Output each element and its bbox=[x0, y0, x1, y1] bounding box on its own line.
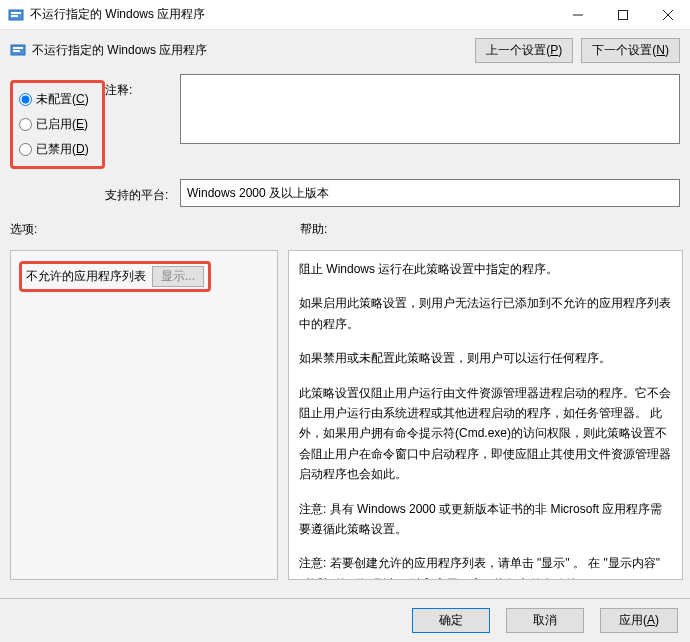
show-button[interactable]: 显示... bbox=[152, 266, 204, 287]
svg-rect-8 bbox=[13, 47, 23, 49]
help-panel: 阻止 Windows 运行在此策略设置中指定的程序。 如果启用此策略设置，则用户… bbox=[288, 250, 683, 580]
radio-not-configured-label: 未配置(C) bbox=[36, 91, 89, 108]
maximize-button[interactable] bbox=[600, 0, 645, 30]
dialog-footer: 确定 取消 应用(A) bbox=[0, 598, 690, 642]
minimize-button[interactable] bbox=[555, 0, 600, 30]
supported-on-value: Windows 2000 及以上版本 bbox=[187, 185, 329, 202]
help-text: 阻止 Windows 运行在此策略设置中指定的程序。 bbox=[299, 259, 672, 279]
annotation-label: 注释: bbox=[105, 74, 180, 99]
disallowed-list-row: 不允许的应用程序列表 显示... bbox=[19, 261, 211, 292]
annotation-field[interactable] bbox=[180, 74, 680, 144]
help-text: 注意: 若要创建允许的应用程序列表，请单击 "显示" 。 在 "显示内容" 对话… bbox=[299, 553, 672, 580]
svg-rect-4 bbox=[618, 10, 627, 19]
supported-on-field: Windows 2000 及以上版本 bbox=[180, 179, 680, 207]
radio-enabled[interactable]: 已启用(E) bbox=[17, 112, 98, 137]
options-panel: 不允许的应用程序列表 显示... bbox=[10, 250, 278, 580]
titlebar: 不运行指定的 Windows 应用程序 bbox=[0, 0, 690, 30]
radio-not-configured[interactable]: 未配置(C) bbox=[17, 87, 98, 112]
cancel-button[interactable]: 取消 bbox=[506, 608, 584, 633]
radio-disabled-label: 已禁用(D) bbox=[36, 141, 89, 158]
close-button[interactable] bbox=[645, 0, 690, 30]
radio-disabled[interactable]: 已禁用(D) bbox=[17, 137, 98, 162]
state-radio-group: 未配置(C) 已启用(E) 已禁用(D) bbox=[10, 80, 105, 169]
apply-button[interactable]: 应用(A) bbox=[600, 608, 678, 633]
window-title: 不运行指定的 Windows 应用程序 bbox=[30, 6, 555, 23]
ok-button[interactable]: 确定 bbox=[412, 608, 490, 633]
policy-state-section: 未配置(C) 已启用(E) 已禁用(D) 注释: 支持的平台: Windows … bbox=[0, 70, 690, 215]
help-text: 此策略设置仅阻止用户运行由文件资源管理器进程启动的程序。它不会阻止用户运行由系统… bbox=[299, 383, 672, 485]
header-bar: 不运行指定的 Windows 应用程序 上一个设置(P) 下一个设置(N) bbox=[0, 30, 690, 70]
radio-disabled-input[interactable] bbox=[19, 143, 32, 156]
svg-rect-9 bbox=[13, 50, 20, 52]
svg-rect-1 bbox=[11, 12, 21, 14]
page-title: 不运行指定的 Windows 应用程序 bbox=[32, 42, 475, 59]
radio-enabled-label: 已启用(E) bbox=[36, 116, 88, 133]
disallowed-list-label: 不允许的应用程序列表 bbox=[26, 268, 146, 285]
next-setting-button[interactable]: 下一个设置(N) bbox=[581, 38, 680, 63]
help-text: 如果启用此策略设置，则用户无法运行已添加到不允许的应用程序列表中的程序。 bbox=[299, 293, 672, 334]
options-header: 选项: bbox=[10, 221, 300, 238]
policy-icon bbox=[10, 42, 26, 58]
help-header: 帮助: bbox=[300, 221, 680, 238]
policy-icon bbox=[8, 7, 24, 23]
help-text: 如果禁用或未配置此策略设置，则用户可以运行任何程序。 bbox=[299, 348, 672, 368]
help-text: 注意: 具有 Windows 2000 或更新版本证书的非 Microsoft … bbox=[299, 499, 672, 540]
mid-headers: 选项: 帮助: bbox=[0, 215, 690, 250]
radio-enabled-input[interactable] bbox=[19, 118, 32, 131]
radio-not-configured-input[interactable] bbox=[19, 93, 32, 106]
svg-rect-2 bbox=[11, 15, 18, 17]
supported-on-label: 支持的平台: bbox=[105, 179, 180, 204]
prev-setting-button[interactable]: 上一个设置(P) bbox=[475, 38, 573, 63]
